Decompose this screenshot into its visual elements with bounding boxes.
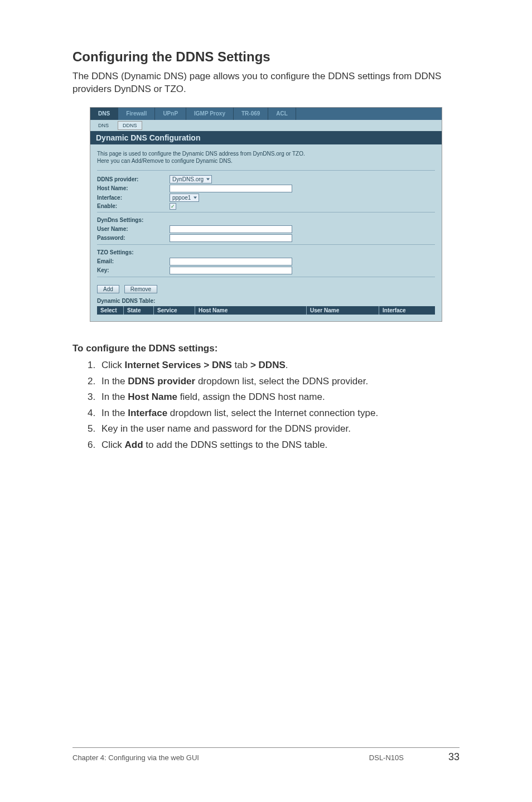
ddns-table-caption: Dynamic DDNS Table:	[97, 298, 435, 304]
add-button[interactable]: Add	[97, 285, 119, 293]
tab-upnp[interactable]: UPnP	[155, 108, 186, 120]
email-label: Email:	[97, 258, 170, 264]
panel-heading: Dynamic DNS Configuration	[90, 131, 442, 144]
step-3: In the Host Name field, assign the DDNS …	[98, 390, 460, 404]
password-label: Password:	[97, 235, 170, 241]
step-2: In the DDNS provider dropdown list, sele…	[98, 375, 460, 389]
hostname-label: Host Name:	[97, 185, 170, 191]
steps-list: Click Internet Services > DNS tab > DDNS…	[72, 359, 460, 452]
embedded-screenshot: DNS Firewall UPnP IGMP Proxy TR-069 ACL …	[90, 107, 442, 322]
step-4: In the Interface dropdown list, select t…	[98, 407, 460, 421]
enable-checkbox[interactable]: ✓	[170, 203, 176, 210]
step-1: Click Internet Services > DNS tab > DDNS…	[98, 359, 460, 373]
tzo-settings-heading: TZO Settings:	[97, 249, 435, 255]
th-username: User Name	[307, 306, 379, 315]
tab-tr069[interactable]: TR-069	[234, 108, 268, 120]
intro-text: The DDNS (Dynamic DNS) page allows you t…	[72, 70, 460, 96]
ddns-provider-dropdown[interactable]: DynDNS.org	[170, 175, 212, 183]
key-input[interactable]	[170, 267, 292, 274]
th-service: Service	[154, 306, 195, 315]
email-input[interactable]	[170, 258, 292, 265]
sub-tabs: DNS DDNS	[90, 120, 442, 131]
hostname-input[interactable]	[170, 185, 292, 192]
interface-dropdown[interactable]: pppoe1	[170, 194, 199, 202]
tab-firewall[interactable]: Firewall	[118, 108, 155, 120]
password-input[interactable]	[170, 234, 292, 242]
footer-chapter: Chapter 4: Configuring via the web GUI	[72, 753, 199, 762]
subtab-ddns[interactable]: DDNS	[118, 121, 142, 130]
tab-acl[interactable]: ACL	[268, 108, 296, 120]
step-5: Key in the user name and password for th…	[98, 422, 460, 436]
tab-igmp-proxy[interactable]: IGMP Proxy	[186, 108, 234, 120]
th-state: State	[124, 306, 154, 315]
subtab-dns[interactable]: DNS	[94, 122, 113, 129]
th-select: Select	[97, 306, 124, 315]
instructions-heading: To configure the DDNS settings:	[72, 343, 460, 354]
page-title: Configuring the DDNS Settings	[72, 49, 460, 65]
hint-text: This page is used to configure the Dynam…	[97, 150, 435, 165]
remove-button[interactable]: Remove	[124, 285, 157, 293]
username-label: User Name:	[97, 226, 170, 232]
tab-dns[interactable]: DNS	[90, 108, 118, 120]
enable-label: Enable:	[97, 203, 170, 209]
main-tabs: DNS Firewall UPnP IGMP Proxy TR-069 ACL	[90, 108, 442, 120]
key-label: Key:	[97, 267, 170, 273]
ddns-provider-label: DDNS provider:	[97, 176, 170, 182]
dyndns-settings-heading: DynDns Settings:	[97, 217, 435, 223]
interface-label: Interface:	[97, 195, 170, 201]
footer-model: DSL-N10S	[369, 753, 404, 762]
step-6: Click Add to add the DDNS settings to th…	[98, 438, 460, 452]
th-interface: Interface	[379, 306, 435, 315]
footer-page-number: 33	[448, 751, 460, 763]
th-hostname: Host Name	[195, 306, 307, 315]
username-input[interactable]	[170, 225, 292, 233]
page-footer: Chapter 4: Configuring via the web GUI D…	[72, 747, 460, 763]
ddns-table-header: Select State Service Host Name User Name…	[97, 306, 435, 315]
